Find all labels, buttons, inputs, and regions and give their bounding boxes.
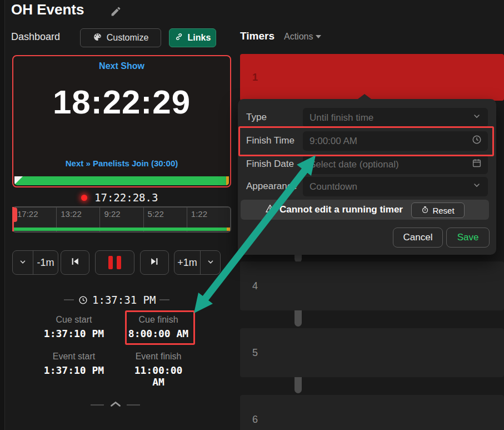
- calendar-icon[interactable]: [472, 158, 482, 170]
- skip-back-icon: [69, 256, 81, 269]
- actions-label: Actions: [284, 32, 313, 42]
- finish-time-label: Finish Time: [246, 135, 295, 146]
- links-button[interactable]: Links: [169, 28, 216, 47]
- viewer-countdown: 18:22:29: [13, 83, 230, 121]
- cue-start-label: Cue start: [41, 315, 107, 325]
- viewer-next-cue: Next » Panelists Join (30:00): [13, 159, 230, 168]
- links-button-label: Links: [188, 33, 211, 43]
- page-title: OH Events: [11, 1, 84, 18]
- left-edge-strip: [0, 0, 5, 430]
- plus-time-group: +1m: [174, 250, 221, 275]
- clock-icon: [78, 295, 88, 307]
- palette-icon: [93, 32, 102, 44]
- appearance-label: Appearance: [246, 181, 297, 192]
- cancel-button[interactable]: Cancel: [393, 228, 443, 248]
- warning-icon: [265, 204, 275, 216]
- event-start-label: Event start: [41, 352, 107, 362]
- link-icon: [174, 32, 183, 43]
- divider-dash: [127, 404, 140, 406]
- timer-row-number: 6: [248, 414, 262, 426]
- breadcrumb-dashboard: Dashboard: [11, 31, 60, 43]
- chevron-down-icon: [19, 257, 27, 269]
- pause-button[interactable]: [95, 250, 134, 275]
- add-minute-button[interactable]: +1m: [174, 251, 200, 274]
- timer-row-active[interactable]: 1 1:37:10 PM » 8:00 AM Next Show: [240, 54, 504, 101]
- cue-start-value: 1:37:10 PM: [41, 328, 107, 339]
- progress-start-wedge: [14, 176, 23, 185]
- chevron-down-icon: [316, 35, 321, 38]
- viewer-progress-bar: [14, 176, 229, 185]
- minus-time-group: -1m: [12, 250, 58, 275]
- timer-row-number: 5: [248, 347, 262, 359]
- edit-timer-popup: Type Until finish time Finish Time Finis…: [238, 99, 496, 255]
- chevron-up-icon[interactable]: [110, 400, 121, 410]
- finish-date-label: Finish Date: [246, 159, 294, 170]
- appearance-select[interactable]: Countdown: [303, 177, 488, 196]
- timer-viewer-card: Next Show 18:22:29 Next » Panelists Join…: [12, 55, 231, 187]
- save-button[interactable]: Save: [446, 228, 490, 248]
- current-time: 1:37:31 PM: [92, 294, 156, 306]
- divider-dash: [159, 299, 169, 300]
- actions-dropdown[interactable]: Actions: [284, 32, 321, 42]
- previous-cue-button[interactable]: [61, 250, 89, 275]
- event-start-value: 1:37:10 PM: [41, 364, 107, 376]
- stopwatch-icon: [421, 206, 429, 215]
- viewer-timer-name: Next Show: [13, 61, 230, 71]
- customize-button-label: Customize: [107, 33, 149, 43]
- type-label: Type: [246, 112, 267, 123]
- recording-dot: [81, 195, 87, 201]
- minus-time-dropdown[interactable]: [13, 251, 33, 274]
- event-finish-value: 11:00:00 AM: [128, 364, 189, 388]
- progress-orange-tip: [226, 176, 229, 185]
- finish-date-input[interactable]: [303, 155, 488, 174]
- timer-row-number: 4: [248, 280, 262, 292]
- plus-time-dropdown[interactable]: [200, 251, 220, 274]
- timer-row[interactable]: 6 9:00 AM 1:00:00 1st Hour: [240, 395, 504, 430]
- timer-row-number: 1: [248, 72, 262, 83]
- divider-dash: [64, 299, 74, 300]
- reset-button[interactable]: Reset: [411, 202, 465, 218]
- timeline-playhead-flag[interactable]: [13, 207, 17, 222]
- pause-icon: [108, 256, 121, 269]
- reset-button-label: Reset: [432, 206, 454, 215]
- app-root: OH Events Dashboard Customize Links Next…: [0, 0, 504, 430]
- popup-caret: [358, 94, 371, 99]
- type-select[interactable]: Until finish time: [303, 108, 488, 127]
- timers-heading: Timers: [240, 30, 275, 42]
- chevron-down-icon: [207, 257, 214, 269]
- warning-text: Cannot edit a running timer: [280, 204, 403, 215]
- customize-button[interactable]: Customize: [80, 28, 161, 47]
- edit-title-icon[interactable]: [110, 6, 122, 19]
- timer-row[interactable]: 4 8:40 AM 15:00 Timer Cue: [240, 261, 504, 310]
- timer-row[interactable]: 5 8:55 AM 5:00 Panelists Cue: [240, 328, 504, 377]
- skip-forward-icon: [149, 256, 160, 269]
- clock-icon[interactable]: [472, 135, 482, 147]
- subtract-minute-button[interactable]: -1m: [33, 251, 58, 274]
- timeline-progress-bar: [13, 228, 230, 231]
- cue-finish-label: Cue finish: [125, 315, 192, 325]
- divider-dash: [91, 404, 104, 406]
- cue-finish-value: 8:00:00 AM: [125, 328, 192, 339]
- elapsed-time: 17:22:28.3: [94, 191, 158, 204]
- event-finish-label: Event finish: [125, 352, 192, 362]
- next-cue-button[interactable]: [140, 250, 169, 275]
- chevron-down-icon: [472, 181, 481, 192]
- finish-time-input[interactable]: [303, 131, 488, 151]
- chevron-down-icon: [472, 112, 481, 123]
